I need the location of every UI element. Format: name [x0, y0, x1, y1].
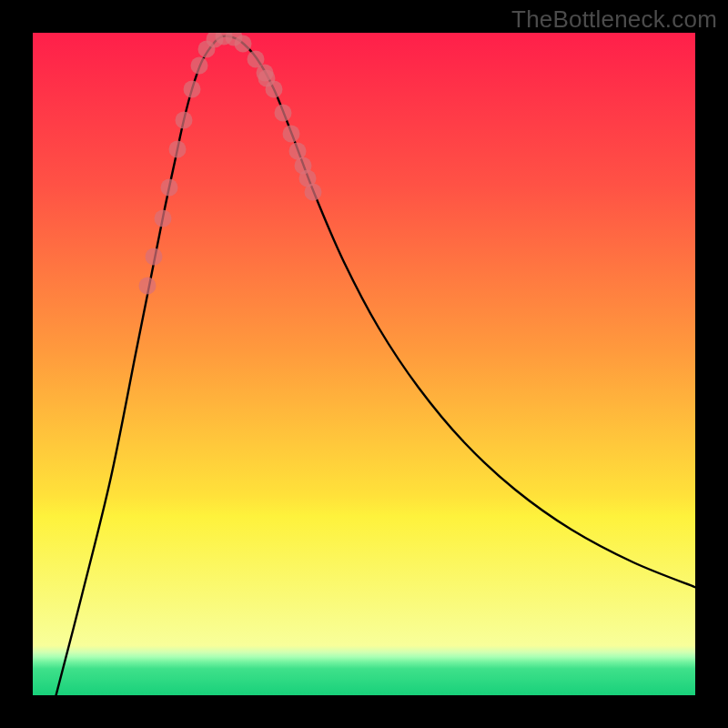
data-marker: [161, 179, 178, 197]
data-marker: [184, 81, 201, 98]
data-marker: [266, 81, 283, 98]
data-marker: [155, 210, 172, 228]
data-marker: [305, 184, 322, 201]
data-marker: [169, 141, 187, 158]
data-marker: [146, 248, 163, 266]
chart-frame: TheBottleneck.com: [0, 0, 728, 728]
data-marker: [176, 112, 193, 129]
data-marker: [275, 105, 292, 122]
data-marker: [283, 126, 300, 143]
watermark-text: TheBottleneck.com: [511, 5, 717, 34]
data-marker: [235, 35, 252, 53]
bottleneck-curve-right: [222, 36, 695, 588]
data-marker: [139, 278, 157, 295]
chart-svg: [33, 33, 695, 695]
bottleneck-curve-left: [55, 36, 222, 695]
data-markers: [139, 33, 322, 295]
data-marker: [191, 57, 208, 75]
plot-area: [33, 33, 695, 695]
